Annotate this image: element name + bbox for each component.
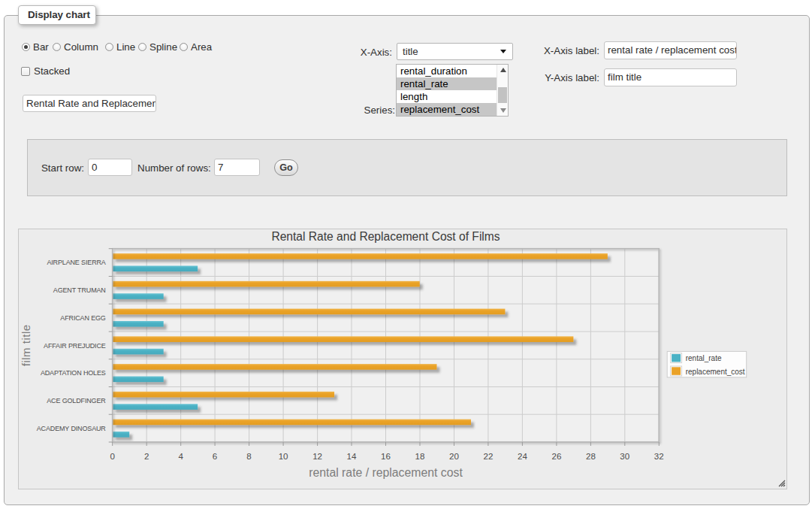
svg-text:24: 24 xyxy=(518,451,527,461)
svg-text:30: 30 xyxy=(620,451,629,461)
svg-text:6: 6 xyxy=(213,451,217,461)
svg-text:28: 28 xyxy=(586,451,596,461)
svg-text:4: 4 xyxy=(178,451,183,461)
svg-text:2: 2 xyxy=(144,451,149,461)
svg-text:22: 22 xyxy=(483,451,493,461)
svg-text:ACADEMY DINOSAUR: ACADEMY DINOSAUR xyxy=(37,425,107,432)
svg-text:10: 10 xyxy=(279,451,288,461)
svg-text:32: 32 xyxy=(654,451,664,461)
svg-text:Rental Rate and Replacement Co: Rental Rate and Replacement Cost of Film… xyxy=(271,230,500,243)
svg-text:AIRPLANE SIERRA: AIRPLANE SIERRA xyxy=(47,259,105,266)
svg-text:rental_rate: rental_rate xyxy=(686,354,722,362)
svg-text:0: 0 xyxy=(110,451,114,461)
svg-text:film title: film title xyxy=(20,324,33,366)
svg-text:16: 16 xyxy=(381,451,391,461)
svg-text:ADAPTATION HOLES: ADAPTATION HOLES xyxy=(41,369,106,377)
svg-text:26: 26 xyxy=(551,451,561,461)
svg-text:8: 8 xyxy=(246,451,251,461)
svg-text:AFRICAN EGG: AFRICAN EGG xyxy=(60,314,106,322)
svg-text:12: 12 xyxy=(312,451,322,461)
svg-text:ACE GOLDFINGER: ACE GOLDFINGER xyxy=(47,397,106,404)
svg-text:18: 18 xyxy=(415,451,425,461)
svg-text:AFFAIR PREJUDICE: AFFAIR PREJUDICE xyxy=(44,342,106,350)
svg-text:20: 20 xyxy=(449,451,459,461)
svg-text:rental rate / replacement cost: rental rate / replacement cost xyxy=(309,466,463,479)
svg-text:replacement_cost: replacement_cost xyxy=(686,368,745,376)
svg-text:14: 14 xyxy=(347,451,357,461)
svg-text:AGENT TRUMAN: AGENT TRUMAN xyxy=(53,286,106,294)
